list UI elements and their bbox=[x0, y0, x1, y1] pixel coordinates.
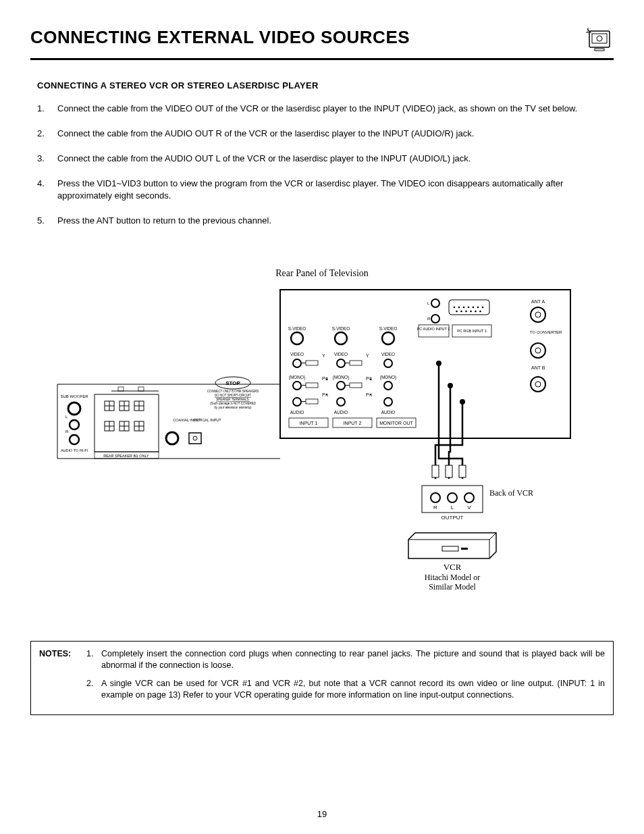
svg-point-57 bbox=[431, 315, 439, 323]
list-item: 4.Press the VID1~VID3 button to view the… bbox=[37, 178, 607, 203]
note-text: A single VCR can be used for VCR #1 and … bbox=[101, 678, 605, 701]
svg-point-36 bbox=[337, 382, 345, 390]
svg-text:AUDIO: AUDIO bbox=[290, 410, 304, 415]
svg-point-87 bbox=[70, 420, 79, 429]
svg-text:Hitachi Model or: Hitachi Model or bbox=[425, 573, 481, 582]
svg-text:AUDIO: AUDIO bbox=[334, 410, 348, 415]
svg-text:Pʀ: Pʀ bbox=[366, 392, 373, 397]
svg-text:OPTICAL INPUT: OPTICAL INPUT bbox=[193, 418, 221, 422]
svg-rect-42 bbox=[350, 383, 362, 388]
list-item: 1.Connect the cable from the VIDEO OUT o… bbox=[37, 103, 607, 115]
diagram-caption: Rear Panel of Television bbox=[30, 268, 614, 279]
svg-point-35 bbox=[293, 382, 301, 390]
svg-point-149 bbox=[448, 383, 453, 388]
header-icon bbox=[585, 27, 614, 53]
svg-rect-49 bbox=[306, 399, 318, 404]
svg-point-45 bbox=[337, 398, 345, 406]
notes-label: NOTES: bbox=[39, 648, 86, 671]
svg-text:(Such damage is NOT COVERED: (Such damage is NOT COVERED bbox=[210, 402, 257, 405]
svg-text:Y: Y bbox=[322, 353, 325, 358]
svg-rect-28 bbox=[306, 361, 318, 365]
svg-point-81 bbox=[535, 348, 541, 353]
svg-point-19 bbox=[382, 332, 394, 344]
notes-box: NOTES: 1. Completely insert the connecti… bbox=[30, 641, 614, 715]
svg-point-134 bbox=[464, 493, 474, 502]
svg-rect-2 bbox=[595, 49, 604, 51]
header-rule bbox=[30, 58, 614, 60]
svg-text:AUDIO TO HI-FI: AUDIO TO HI-FI bbox=[61, 448, 88, 452]
svg-rect-143 bbox=[442, 546, 458, 551]
svg-rect-114 bbox=[118, 387, 124, 391]
svg-text:Pʙ: Pʙ bbox=[322, 376, 328, 381]
svg-point-63 bbox=[473, 307, 475, 309]
page-number: 19 bbox=[0, 809, 644, 819]
svg-text:Similar Model: Similar Model bbox=[429, 582, 476, 592]
svg-point-150 bbox=[460, 399, 465, 405]
svg-text:PC RGB INPUT 1: PC RGB INPUT 1 bbox=[457, 329, 487, 333]
svg-text:VIDEO: VIDEO bbox=[290, 352, 304, 357]
diagram-panel: Rear Panel of Television INPUT 1 INPUT 2… bbox=[30, 268, 614, 614]
svg-point-84 bbox=[535, 382, 541, 387]
svg-point-89 bbox=[70, 435, 79, 444]
svg-text:S-VIDEO: S-VIDEO bbox=[379, 326, 398, 331]
svg-rect-130 bbox=[459, 465, 466, 477]
svg-point-60 bbox=[458, 307, 460, 309]
svg-text:V: V bbox=[467, 504, 471, 511]
svg-point-68 bbox=[465, 311, 467, 313]
svg-rect-40 bbox=[306, 383, 318, 388]
svg-rect-128 bbox=[432, 465, 439, 477]
svg-text:R: R bbox=[65, 429, 69, 434]
svg-rect-4 bbox=[280, 290, 570, 438]
svg-rect-117 bbox=[189, 433, 201, 444]
svg-rect-115 bbox=[138, 387, 144, 391]
svg-text:MONITOR OUT: MONITOR OUT bbox=[379, 421, 413, 425]
svg-text:VCR: VCR bbox=[444, 562, 462, 572]
svg-text:L: L bbox=[65, 415, 68, 419]
page-title: CONNECTING EXTERNAL VIDEO SOURCES bbox=[30, 27, 410, 48]
svg-point-118 bbox=[193, 436, 197, 440]
svg-point-64 bbox=[477, 307, 479, 309]
svg-point-77 bbox=[531, 307, 545, 322]
svg-text:DO NOT SHORT-CIRCUIT: DO NOT SHORT-CIRCUIT bbox=[215, 394, 251, 397]
svg-text:ANT B: ANT B bbox=[531, 365, 545, 370]
svg-text:Pʙ: Pʙ bbox=[366, 376, 372, 381]
svg-text:TO CONVERTER: TO CONVERTER bbox=[530, 330, 562, 334]
list-item: 5.Press the ANT button to return to the … bbox=[37, 215, 607, 228]
svg-point-65 bbox=[482, 307, 484, 309]
svg-text:Pʀ: Pʀ bbox=[322, 392, 329, 397]
svg-point-70 bbox=[475, 311, 477, 313]
svg-text:SUB WOOFER: SUB WOOFER bbox=[60, 394, 88, 398]
svg-point-62 bbox=[468, 307, 470, 309]
svg-text:VIDEO: VIDEO bbox=[334, 352, 348, 357]
note-number: 1. bbox=[86, 648, 101, 671]
svg-text:ANT A: ANT A bbox=[531, 299, 545, 304]
svg-rect-1 bbox=[592, 34, 607, 43]
svg-point-3 bbox=[597, 36, 602, 41]
svg-point-132 bbox=[431, 493, 440, 502]
note-number: 2. bbox=[86, 678, 101, 701]
svg-point-148 bbox=[436, 361, 441, 366]
svg-text:(MONO): (MONO) bbox=[333, 375, 350, 380]
svg-text:REAR SPEAKER 8Ω ONLY: REAR SPEAKER 8Ω ONLY bbox=[103, 454, 149, 458]
svg-rect-92 bbox=[95, 394, 159, 452]
svg-text:STOP: STOP bbox=[225, 380, 240, 386]
svg-text:AUDIO: AUDIO bbox=[381, 410, 396, 415]
svg-point-23 bbox=[293, 359, 301, 367]
svg-text:CONNECT ONLY 8 OHM SPEAKERS: CONNECT ONLY 8 OHM SPEAKERS bbox=[207, 390, 259, 393]
svg-point-25 bbox=[384, 359, 392, 367]
svg-text:by your television warranty): by your television warranty) bbox=[215, 406, 252, 409]
svg-line-141 bbox=[489, 533, 496, 540]
svg-point-67 bbox=[460, 311, 462, 313]
svg-text:S-VIDEO: S-VIDEO bbox=[288, 326, 306, 331]
svg-text:Back of VCR: Back of VCR bbox=[489, 488, 533, 498]
svg-point-69 bbox=[470, 311, 472, 313]
note-text: Completely insert the connection cord pl… bbox=[101, 648, 605, 671]
svg-point-37 bbox=[384, 382, 392, 390]
svg-text:Y: Y bbox=[366, 353, 369, 358]
svg-point-61 bbox=[463, 307, 465, 309]
steps-list: 1.Connect the cable from the VIDEO OUT o… bbox=[30, 103, 614, 228]
svg-point-80 bbox=[531, 343, 545, 358]
svg-point-55 bbox=[431, 299, 439, 307]
svg-point-46 bbox=[384, 398, 392, 406]
svg-text:S-VIDEO: S-VIDEO bbox=[332, 326, 350, 331]
